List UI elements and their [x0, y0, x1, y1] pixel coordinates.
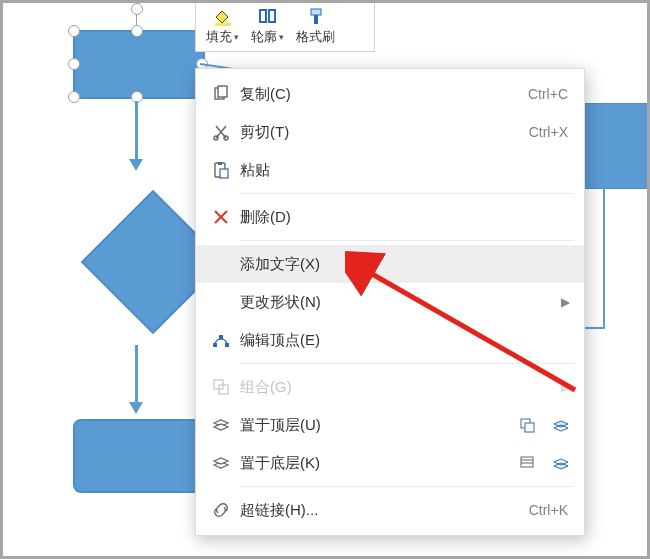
connector-arrowhead: [129, 402, 143, 414]
send-back-icon: [204, 454, 238, 472]
menu-edit-points[interactable]: 编辑顶点(E): [196, 321, 584, 359]
menu-hyperlink-shortcut: Ctrl+K: [498, 502, 572, 518]
svg-rect-14: [225, 343, 229, 347]
menu-edit-points-label: 编辑顶点(E): [238, 331, 498, 350]
selection-handle[interactable]: [68, 58, 80, 70]
outline-icon: [258, 7, 278, 27]
connector-arrow: [135, 345, 138, 405]
chevron-down-icon: ▾: [234, 29, 239, 45]
bring-front-icon: [204, 416, 238, 434]
connector-arrowhead: [129, 159, 143, 171]
menu-group-label: 组合(G): [238, 378, 558, 397]
svg-rect-7: [218, 86, 227, 97]
svg-rect-19: [525, 423, 534, 432]
menu-paste[interactable]: 粘贴: [196, 151, 584, 189]
send-back-alt1-icon[interactable]: [516, 452, 538, 474]
menu-copy-shortcut: Ctrl+C: [498, 86, 572, 102]
svg-rect-3: [269, 10, 275, 22]
fill-dropdown[interactable]: 填充▾: [200, 3, 245, 45]
menu-paste-label: 粘贴: [238, 161, 498, 180]
bring-front-alt2-icon[interactable]: [550, 414, 572, 436]
edit-points-icon: [204, 331, 238, 349]
connector-line: [603, 187, 605, 329]
fill-icon: [213, 7, 233, 27]
menu-cut-shortcut: Ctrl+X: [498, 124, 572, 140]
menu-send-to-back[interactable]: 置于底层(K): [196, 444, 584, 482]
menu-cut[interactable]: 剪切(T) Ctrl+X: [196, 113, 584, 151]
menu-group: 组合(G) ▶: [196, 368, 584, 406]
send-back-alt2-icon[interactable]: [550, 452, 572, 474]
selection-handle[interactable]: [131, 25, 143, 37]
menu-copy-label: 复制(C): [238, 85, 498, 104]
rotation-handle[interactable]: [131, 3, 143, 15]
separator: [240, 486, 574, 487]
menu-bring-to-front[interactable]: 置于顶层(U): [196, 406, 584, 444]
menu-delete[interactable]: 删除(D): [196, 198, 584, 236]
drawing-canvas[interactable]: 填充▾ 轮廓▾ 格式刷: [0, 0, 650, 559]
delete-icon: [204, 209, 238, 225]
menu-copy[interactable]: 复制(C) Ctrl+C: [196, 75, 584, 113]
outline-label: 轮廓: [251, 29, 277, 45]
cut-icon: [204, 123, 238, 141]
format-painter-label: 格式刷: [296, 29, 335, 45]
menu-hyperlink[interactable]: 超链接(H)... Ctrl+K: [196, 491, 584, 529]
format-painter-icon: [307, 7, 325, 27]
fill-label: 填充: [206, 29, 232, 45]
selection-handle[interactable]: [68, 91, 80, 103]
svg-rect-11: [218, 162, 222, 165]
flowchart-rect-top[interactable]: [73, 30, 205, 99]
svg-rect-5: [314, 15, 318, 24]
menu-add-text-label: 添加文字(X): [238, 255, 498, 274]
svg-rect-2: [260, 10, 266, 22]
paste-icon: [204, 161, 238, 179]
svg-rect-20: [521, 457, 533, 467]
svg-rect-1: [215, 23, 231, 26]
group-icon: [204, 378, 238, 396]
menu-change-shape-label: 更改形状(N): [238, 293, 558, 312]
svg-rect-12: [220, 169, 228, 178]
separator: [240, 193, 574, 194]
context-menu: 复制(C) Ctrl+C 剪切(T) Ctrl+X 粘贴 删除(D): [195, 68, 585, 536]
flowchart-rect-bottom[interactable]: [73, 419, 205, 493]
menu-cut-label: 剪切(T): [238, 123, 498, 142]
menu-bring-front-label: 置于顶层(U): [238, 416, 510, 435]
selection-handle[interactable]: [68, 25, 80, 37]
flowchart-decision[interactable]: [67, 176, 207, 316]
chevron-right-icon: ▶: [558, 295, 572, 309]
menu-send-back-label: 置于底层(K): [238, 454, 510, 473]
svg-rect-15: [219, 335, 223, 339]
separator: [240, 240, 574, 241]
chevron-right-icon: ▶: [558, 380, 572, 394]
svg-rect-13: [213, 343, 217, 347]
connector-arrow: [135, 101, 138, 161]
mini-format-toolbar: 填充▾ 轮廓▾ 格式刷: [195, 0, 375, 52]
svg-rect-4: [311, 9, 321, 15]
bring-front-alt1-icon[interactable]: [516, 414, 538, 436]
menu-change-shape[interactable]: 更改形状(N) ▶: [196, 283, 584, 321]
link-icon: [204, 501, 238, 519]
menu-delete-label: 删除(D): [238, 208, 498, 227]
format-painter-button[interactable]: 格式刷: [290, 3, 341, 45]
menu-hyperlink-label: 超链接(H)...: [238, 501, 498, 520]
menu-add-text[interactable]: 添加文字(X): [196, 245, 584, 283]
separator: [240, 363, 574, 364]
chevron-down-icon: ▾: [279, 29, 284, 45]
outline-dropdown[interactable]: 轮廓▾: [245, 3, 290, 45]
copy-icon: [204, 85, 238, 103]
